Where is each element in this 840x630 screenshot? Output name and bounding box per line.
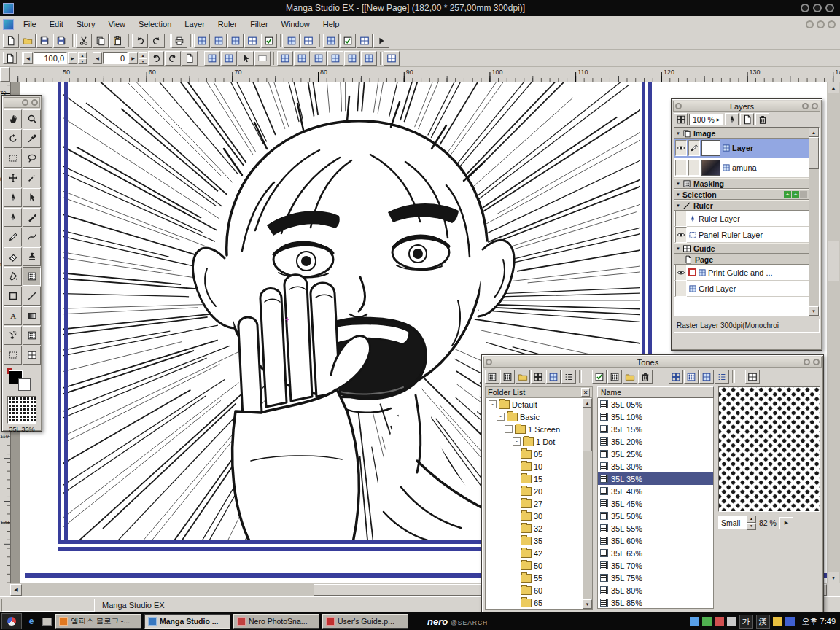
grid-view[interactable]	[546, 370, 561, 384]
layers-titlebar[interactable]: Layers	[673, 101, 820, 112]
tray-icon-volume[interactable]	[727, 617, 736, 626]
selection-pen[interactable]	[4, 188, 22, 207]
visibility-eye-icon[interactable]	[675, 140, 687, 156]
palette-close-dot[interactable]	[31, 99, 38, 106]
layer-section-image[interactable]: ▼Image	[674, 128, 809, 139]
airbrush[interactable]	[4, 326, 22, 345]
palette-close-dot[interactable]	[813, 359, 820, 365]
tone-folder[interactable]: 27	[486, 497, 583, 510]
up-one-level[interactable]	[516, 370, 530, 384]
current-tone-swatch[interactable]	[7, 396, 36, 424]
size-down-arrow[interactable]: ▼	[747, 523, 756, 530]
visibility-eye-box[interactable]	[675, 211, 687, 227]
snap-settings[interactable]	[323, 34, 339, 48]
menu-item[interactable]: Window	[275, 18, 316, 31]
layer-section-page[interactable]: Page	[674, 254, 809, 265]
visibility-eye-box[interactable]	[675, 160, 687, 176]
folder-scrollbar[interactable]: ▲ ▼	[583, 398, 592, 609]
list-view[interactable]	[561, 370, 576, 384]
tone-item[interactable]: 35L 85%	[598, 596, 713, 609]
tone[interactable]	[23, 267, 41, 286]
thumbnail-size-button[interactable]	[674, 113, 688, 125]
delete-page[interactable]	[228, 34, 244, 48]
visibility-eye-icon[interactable]	[675, 227, 687, 243]
object-selector[interactable]	[23, 188, 41, 207]
start-button[interactable]	[1, 613, 22, 629]
tone-folder[interactable]: 20	[486, 485, 583, 497]
layer-row-amuna[interactable]: amuna	[674, 158, 809, 178]
eraser[interactable]	[4, 247, 22, 266]
expand-box[interactable]: -	[505, 425, 513, 433]
layers-zoom-select[interactable]: 100 %▶	[689, 114, 723, 125]
zoom-in-arrow[interactable]: ▶	[68, 52, 77, 64]
horizontal-scroll-thumb[interactable]	[314, 584, 481, 596]
doc-minimize-button[interactable]	[806, 20, 814, 28]
tray-icon-update[interactable]	[715, 617, 724, 626]
show-panels[interactable]	[384, 51, 400, 66]
layer-row-print-guide[interactable]: Print Guide and ...	[674, 265, 809, 281]
palette-close-dot[interactable]	[812, 103, 818, 109]
tone-folder[interactable]: 30	[486, 510, 583, 522]
tone-folder[interactable]: 15	[486, 472, 583, 485]
snap-grid[interactable]	[277, 51, 293, 66]
scroll-down-button[interactable]: ▼	[583, 599, 592, 609]
tone-folder[interactable]: 50	[486, 559, 583, 572]
story-editor[interactable]	[194, 34, 210, 48]
layers-scroll-thumb[interactable]	[809, 137, 819, 169]
menu-item[interactable]: Filter	[244, 18, 274, 31]
tone-folder[interactable]: 60	[486, 584, 583, 596]
undo[interactable]	[132, 34, 148, 48]
palette-collapse-dot[interactable]	[802, 103, 809, 109]
layer-edit-button[interactable]	[725, 113, 739, 125]
layer-section-ruler[interactable]: ▼Ruler	[674, 200, 809, 211]
tree-node-basic[interactable]: -Basic	[486, 411, 583, 423]
window-layout[interactable]	[300, 34, 316, 48]
toolbox-titlebar[interactable]	[4, 97, 40, 108]
tone-item[interactable]: 35L 40%	[598, 485, 713, 497]
pattern[interactable]	[23, 326, 41, 345]
tone-item[interactable]: 35L 75%	[598, 572, 713, 584]
page-check[interactable]	[261, 34, 277, 48]
horizontal-ruler[interactable]: 5060708090100110120130140	[0, 67, 840, 82]
rotation-step-down[interactable]: ▼	[139, 58, 147, 64]
page-list[interactable]	[244, 34, 260, 48]
menu-item[interactable]: Edit	[43, 18, 70, 31]
tone-item[interactable]: 35L 45%	[598, 497, 713, 510]
palette-menu-dot[interactable]	[486, 359, 492, 365]
layer-section-guide[interactable]: ▼Guide	[674, 243, 809, 254]
layers-scrollbar[interactable]: ▲ ▼	[809, 128, 819, 316]
snap-ruler[interactable]	[294, 51, 310, 66]
snap-perspective[interactable]	[361, 51, 377, 66]
redo[interactable]	[149, 34, 165, 48]
new-page[interactable]	[3, 34, 19, 48]
palette-collapse-dot[interactable]	[22, 99, 28, 106]
snap-frame[interactable]	[344, 51, 360, 66]
scroll-up-button[interactable]: ▲	[828, 82, 839, 93]
marker[interactable]	[23, 208, 41, 227]
tone-item[interactable]: 35L 30%	[598, 460, 713, 472]
workspace[interactable]	[357, 34, 373, 48]
paste[interactable]	[109, 34, 125, 48]
new-layer-button[interactable]	[740, 113, 754, 125]
quicklaunch-desktop-icon[interactable]	[41, 615, 52, 627]
taskbar-clock[interactable]: 오후 7:49	[802, 616, 836, 627]
apply-tone[interactable]	[592, 370, 607, 384]
more-tools[interactable]	[373, 34, 389, 48]
visibility-eye-box[interactable]	[675, 281, 687, 297]
open[interactable]	[20, 34, 36, 48]
menu-item[interactable]: File	[17, 18, 43, 31]
magic-wand[interactable]	[23, 168, 41, 187]
tree-node-screen[interactable]: -1 Screen	[486, 423, 583, 435]
tone-folder[interactable]: 32	[486, 522, 583, 534]
close-folder-list-icon[interactable]: ✕	[581, 388, 590, 397]
tone-list-mode[interactable]	[485, 370, 499, 384]
background-color-swatch[interactable]	[18, 378, 31, 391]
quicklaunch-browser-icon[interactable]: e	[26, 615, 37, 627]
cut[interactable]	[76, 34, 92, 48]
tone-item[interactable]: 35L 15%	[598, 423, 713, 435]
text[interactable]	[4, 306, 22, 325]
view-large[interactable]	[699, 370, 714, 384]
titlebar[interactable]: Manga Studio EX - [[New Page] (182,00 * …	[0, 0, 840, 16]
rotate-view-right[interactable]	[165, 51, 181, 66]
vertical-scrollbar[interactable]: ▲ ▼	[827, 82, 840, 583]
